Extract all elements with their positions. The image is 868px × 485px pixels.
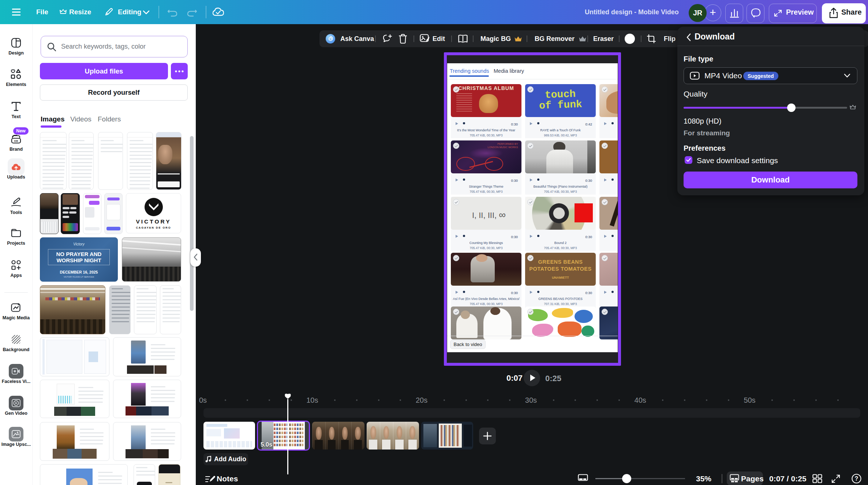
svg-text:co: co <box>14 139 18 143</box>
svg-text:?: ? <box>855 475 858 482</box>
